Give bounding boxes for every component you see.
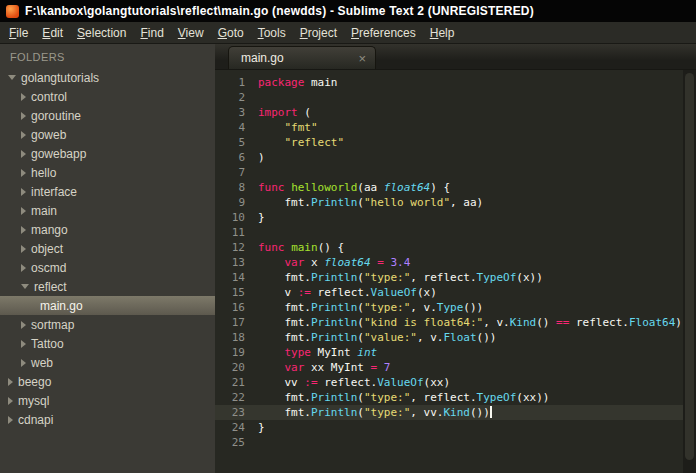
menu-help[interactable]: Help <box>423 23 462 43</box>
code-line-13[interactable]: 13 var x float64 = 3.4 <box>215 255 696 270</box>
menu-mnemonic: F <box>9 26 16 40</box>
code-text: var xx MyInt = 7 <box>258 360 390 375</box>
code-line-24[interactable]: 24} <box>215 420 696 435</box>
chevron-collapsed-icon[interactable] <box>21 340 26 348</box>
menu-selection[interactable]: Selection <box>70 23 133 43</box>
code-line-8[interactable]: 8func helloworld(aa float64) { <box>215 180 696 195</box>
tree-item-label: reflect <box>34 280 67 294</box>
code-text: vv := reflect.ValueOf(xx) <box>258 375 450 390</box>
menu-project[interactable]: Project <box>293 23 344 43</box>
code-line-11[interactable]: 11 <box>215 225 696 240</box>
folder-item-reflect[interactable]: reflect <box>0 277 215 296</box>
file-item-main-go[interactable]: main.go <box>0 296 215 315</box>
menu-tools[interactable]: Tools <box>251 23 293 43</box>
code-line-19[interactable]: 19 type MyInt int <box>215 345 696 360</box>
code-line-3[interactable]: 3import ( <box>215 105 696 120</box>
code-line-7[interactable]: 7 <box>215 165 696 180</box>
chevron-collapsed-icon[interactable] <box>21 169 26 177</box>
folder-item-golangtutorials[interactable]: golangtutorials <box>0 68 215 87</box>
tree-item-label: golangtutorials <box>21 71 99 85</box>
line-number: 25 <box>215 435 245 450</box>
line-number: 7 <box>215 165 245 180</box>
code-line-17[interactable]: 17 fmt.Println("kind is float64:", v.Kin… <box>215 315 696 330</box>
folder-item-sortmap[interactable]: sortmap <box>0 315 215 334</box>
code-text: fmt.Println("hello world", aa) <box>258 195 483 210</box>
folder-item-interface[interactable]: interface <box>0 182 215 201</box>
menu-goto[interactable]: Goto <box>211 23 251 43</box>
chevron-expanded-icon[interactable] <box>8 75 16 80</box>
code-line-14[interactable]: 14 fmt.Println("type:", reflect.TypeOf(x… <box>215 270 696 285</box>
code-line-18[interactable]: 18 fmt.Println("value:", v.Float()) <box>215 330 696 345</box>
menu-view[interactable]: View <box>171 23 211 43</box>
chevron-collapsed-icon[interactable] <box>21 207 26 215</box>
menu-mnemonic: E <box>42 26 50 40</box>
tab-main-go[interactable]: main.go × <box>228 46 376 69</box>
chevron-collapsed-icon[interactable] <box>21 93 26 101</box>
chevron-collapsed-icon[interactable] <box>21 264 26 272</box>
chevron-collapsed-icon[interactable] <box>21 131 26 139</box>
menu-edit[interactable]: Edit <box>35 23 70 43</box>
line-number: 12 <box>215 240 245 255</box>
folder-item-web[interactable]: web <box>0 353 215 372</box>
menu-mnemonic: P <box>300 26 308 40</box>
folder-item-object[interactable]: object <box>0 239 215 258</box>
code-text: package main <box>258 75 337 90</box>
code-line-2[interactable]: 2 <box>215 90 696 105</box>
code-line-15[interactable]: 15 v := reflect.ValueOf(x) <box>215 285 696 300</box>
chevron-collapsed-icon[interactable] <box>21 359 26 367</box>
code-line-21[interactable]: 21 vv := reflect.ValueOf(xx) <box>215 375 696 390</box>
code-line-16[interactable]: 16 fmt.Println("type:", v.Type()) <box>215 300 696 315</box>
folder-item-cdnapi[interactable]: cdnapi <box>0 410 215 429</box>
code-text: } <box>258 210 265 225</box>
line-number: 20 <box>215 360 245 375</box>
folder-item-mango[interactable]: mango <box>0 220 215 239</box>
chevron-collapsed-icon[interactable] <box>8 416 13 424</box>
code-line-1[interactable]: 1package main <box>215 75 696 90</box>
chevron-expanded-icon[interactable] <box>21 284 29 289</box>
code-line-20[interactable]: 20 var xx MyInt = 7 <box>215 360 696 375</box>
menu-preferences[interactable]: Preferences <box>344 23 423 43</box>
scrollbar-thumb[interactable] <box>685 73 694 460</box>
code-line-23[interactable]: 23 fmt.Println("type:", vv.Kind()) <box>215 405 696 420</box>
menu-mnemonic: P <box>351 26 359 40</box>
line-number: 18 <box>215 330 245 345</box>
code-line-12[interactable]: 12func main() { <box>215 240 696 255</box>
menu-file[interactable]: File <box>2 23 35 43</box>
chevron-collapsed-icon[interactable] <box>8 378 13 386</box>
tree-item-label: goweb <box>31 128 66 142</box>
chevron-collapsed-icon[interactable] <box>21 188 26 196</box>
folder-item-mysql[interactable]: mysql <box>0 391 215 410</box>
chevron-collapsed-icon[interactable] <box>21 245 26 253</box>
chevron-collapsed-icon[interactable] <box>21 150 26 158</box>
code-line-9[interactable]: 9 fmt.Println("hello world", aa) <box>215 195 696 210</box>
code-text: "reflect" <box>258 135 344 150</box>
folder-item-control[interactable]: control <box>0 87 215 106</box>
code-line-10[interactable]: 10} <box>215 210 696 225</box>
folder-item-oscmd[interactable]: oscmd <box>0 258 215 277</box>
folder-item-beego[interactable]: beego <box>0 372 215 391</box>
folder-tree: golangtutorialscontrolgoroutinegowebgowe… <box>0 68 215 429</box>
code-line-22[interactable]: 22 fmt.Println("type:", reflect.TypeOf(x… <box>215 390 696 405</box>
sublime-text-app-icon <box>6 5 19 18</box>
chevron-collapsed-icon[interactable] <box>21 321 26 329</box>
folder-item-main[interactable]: main <box>0 201 215 220</box>
chevron-collapsed-icon[interactable] <box>21 112 26 120</box>
folder-item-tattoo[interactable]: Tattoo <box>0 334 215 353</box>
folder-item-goweb[interactable]: goweb <box>0 125 215 144</box>
code-line-4[interactable]: 4 "fmt" <box>215 120 696 135</box>
chevron-collapsed-icon[interactable] <box>8 397 13 405</box>
tab-close-icon[interactable]: × <box>358 52 366 65</box>
tree-item-label: beego <box>18 375 51 389</box>
line-number: 3 <box>215 105 245 120</box>
menu-find[interactable]: Find <box>133 23 170 43</box>
code-line-5[interactable]: 5 "reflect" <box>215 135 696 150</box>
code-text: func main() { <box>258 240 344 255</box>
chevron-collapsed-icon[interactable] <box>21 226 26 234</box>
vertical-scrollbar[interactable] <box>683 70 696 473</box>
folder-item-goroutine[interactable]: goroutine <box>0 106 215 125</box>
folder-item-hello[interactable]: hello <box>0 163 215 182</box>
code-line-25[interactable]: 25 <box>215 435 696 450</box>
line-number: 9 <box>215 195 245 210</box>
folder-item-gowebapp[interactable]: gowebapp <box>0 144 215 163</box>
code-line-6[interactable]: 6) <box>215 150 696 165</box>
